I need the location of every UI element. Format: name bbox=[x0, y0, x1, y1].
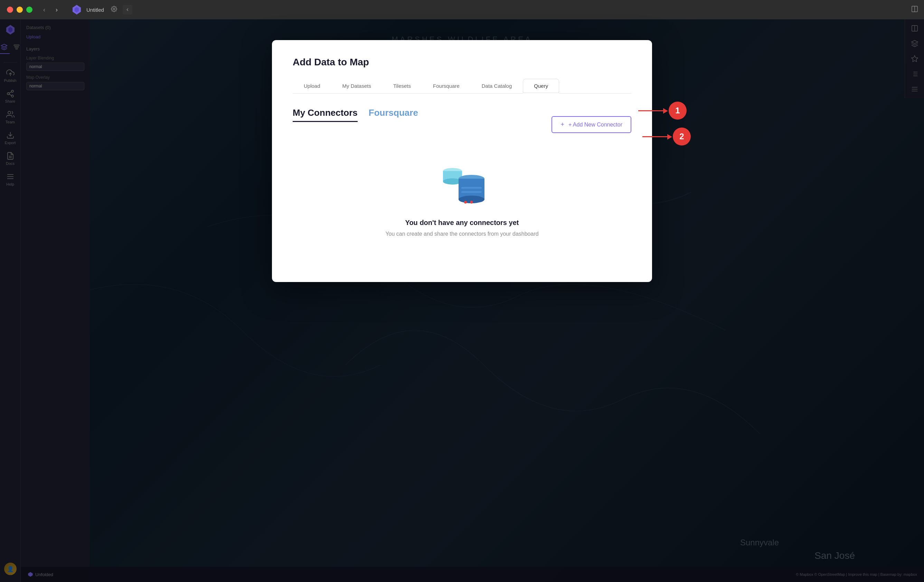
add-new-connector-button[interactable]: + + Add New Connector bbox=[551, 116, 631, 133]
annotation-1: 1 bbox=[638, 102, 686, 119]
large-cylinder bbox=[459, 175, 485, 206]
titlebar: ‹ › Untitled bbox=[0, 0, 924, 19]
tab-upload[interactable]: Upload bbox=[293, 79, 332, 94]
tab-foursquare[interactable]: Foursquare bbox=[422, 79, 471, 94]
annotation-2: 2 bbox=[642, 127, 691, 146]
add-connector-label: + Add New Connector bbox=[568, 122, 622, 128]
collapse-panel-button[interactable] bbox=[123, 5, 132, 15]
modal-title: Add Data to Map bbox=[293, 57, 631, 68]
add-data-modal: Add Data to Map Upload My Datasets Tiles… bbox=[272, 40, 652, 282]
empty-state: You don't have any connectors yet You ca… bbox=[293, 147, 631, 258]
tab-data-catalog[interactable]: Data Catalog bbox=[471, 79, 523, 94]
forward-button[interactable]: › bbox=[52, 5, 61, 15]
minimize-button[interactable] bbox=[16, 7, 23, 13]
traffic-lights bbox=[7, 7, 33, 13]
settings-icon[interactable] bbox=[111, 6, 117, 13]
empty-state-subtitle: You can create and share the connectors … bbox=[385, 231, 538, 237]
sub-tabs: My Connectors Foursquare bbox=[293, 107, 418, 122]
maximize-button[interactable] bbox=[26, 7, 33, 13]
split-view-icon[interactable] bbox=[911, 5, 919, 14]
modal-overlay: Add Data to Map Upload My Datasets Tiles… bbox=[0, 19, 924, 582]
tab-my-datasets[interactable]: My Datasets bbox=[332, 79, 382, 94]
tab-query[interactable]: Query bbox=[523, 79, 559, 94]
add-connector-plus-icon: + bbox=[561, 121, 564, 128]
tab-tilesets[interactable]: Tilesets bbox=[382, 79, 422, 94]
svg-point-2 bbox=[113, 8, 115, 10]
svg-point-45 bbox=[470, 201, 473, 203]
close-button[interactable] bbox=[7, 7, 13, 13]
annotation-circle-1: 1 bbox=[669, 102, 686, 119]
back-button[interactable]: ‹ bbox=[40, 5, 49, 15]
app-logo bbox=[71, 4, 82, 15]
svg-rect-42 bbox=[461, 187, 482, 189]
svg-point-44 bbox=[464, 201, 467, 203]
sub-tab-foursquare[interactable]: Foursquare bbox=[369, 107, 418, 122]
nav-arrows: ‹ › bbox=[40, 5, 61, 15]
sub-tab-my-connectors[interactable]: My Connectors bbox=[293, 107, 358, 122]
annotation-circle-2: 2 bbox=[673, 127, 691, 146]
db-illustration bbox=[439, 168, 485, 209]
app-title: Untitled bbox=[86, 7, 104, 13]
empty-state-title: You don't have any connectors yet bbox=[405, 219, 519, 227]
svg-rect-43 bbox=[461, 191, 482, 193]
modal-tabs: Upload My Datasets Tilesets Foursquare D… bbox=[293, 79, 631, 94]
